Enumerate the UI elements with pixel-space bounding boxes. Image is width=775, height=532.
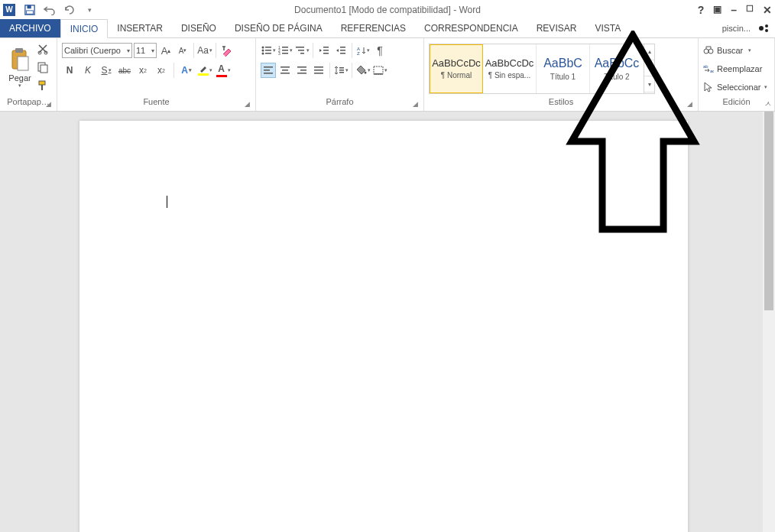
tab-file[interactable]: ARCHIVO <box>0 19 60 37</box>
vertical-scrollbar[interactable] <box>763 112 775 532</box>
gallery-down-icon[interactable]: ▾ <box>644 60 654 76</box>
save-icon[interactable] <box>21 2 38 18</box>
select-button[interactable]: Seleccionar ▾ <box>703 79 770 95</box>
gallery-up-icon[interactable]: ▴ <box>644 44 654 60</box>
align-right-button[interactable] <box>294 63 310 78</box>
collapse-ribbon-icon[interactable]: ㅅ <box>764 99 772 109</box>
binoculars-icon <box>703 45 714 56</box>
multilevel-button[interactable] <box>294 43 310 58</box>
underline-button[interactable]: S <box>99 63 114 78</box>
group-label-font: Fuente <box>62 97 251 111</box>
format-painter-icon[interactable] <box>37 79 50 93</box>
clear-formatting-icon[interactable] <box>219 43 235 58</box>
qat-customize-icon[interactable]: ▾ <box>81 2 98 18</box>
font-size-combo[interactable]: 11▾ <box>134 43 157 58</box>
cursor-select-icon <box>703 82 714 92</box>
clipboard-launcher-icon[interactable]: ◢ <box>46 100 55 109</box>
font-color-button[interactable]: A <box>216 63 231 78</box>
svg-rect-39 <box>264 73 273 74</box>
shading-button[interactable] <box>355 63 371 78</box>
help-icon[interactable]: ? <box>698 4 705 16</box>
superscript-button[interactable]: x2 <box>154 63 169 78</box>
styles-launcher-icon[interactable]: ◢ <box>687 100 696 109</box>
window-controls: ? ▣ – ☐ ✕ <box>698 4 772 16</box>
quick-access-toolbar: W ▾ Documento1 [Modo de compatibilidad] … <box>0 0 775 19</box>
ribbon-tabs: ARCHIVO INICIO INSERTAR DISEÑO DISEÑO DE… <box>0 19 775 38</box>
shrink-font-icon[interactable]: A▾ <box>175 43 190 58</box>
tab-home[interactable]: INICIO <box>60 19 109 38</box>
italic-button[interactable]: K <box>80 63 96 78</box>
grow-font-icon[interactable]: A▴ <box>158 43 173 58</box>
style-normal[interactable]: AaBbCcDc ¶ Normal <box>430 44 483 93</box>
strikethrough-button[interactable]: abc <box>117 63 132 78</box>
svg-rect-47 <box>314 70 323 71</box>
find-button[interactable]: Buscar ▾ <box>703 43 770 58</box>
svg-point-5 <box>765 29 768 32</box>
font-launcher-icon[interactable]: ◢ <box>245 100 254 109</box>
tab-design[interactable]: DISEÑO <box>172 19 225 37</box>
tab-mailings[interactable]: CORRESPONDENCIA <box>415 19 527 37</box>
svg-rect-46 <box>314 66 323 68</box>
numbering-button[interactable]: 123 <box>277 43 293 58</box>
maximize-icon[interactable]: ☐ <box>746 4 754 16</box>
increase-indent-button[interactable] <box>333 43 349 58</box>
line-spacing-button[interactable] <box>333 63 349 78</box>
change-case-button[interactable]: Aa <box>197 43 212 58</box>
svg-rect-28 <box>300 53 304 54</box>
tab-insert[interactable]: INSERTAR <box>108 19 172 37</box>
font-name-combo[interactable]: Calibri (Cuerpo▾ <box>62 43 132 58</box>
group-editing: Buscar ▾ abac Reemplazar Seleccionar ▾ E… <box>699 38 775 111</box>
style-gallery: AaBbCcDc ¶ Normal AaBbCcDc ¶ Sin espa...… <box>429 44 655 94</box>
svg-point-56 <box>709 49 713 54</box>
redo-icon[interactable] <box>61 2 78 18</box>
share-logo-icon[interactable] <box>755 22 770 34</box>
text-effects-button[interactable]: A <box>179 63 194 78</box>
style-heading2[interactable]: AaBbCc Título 2 <box>590 44 644 93</box>
justify-button[interactable] <box>311 63 326 78</box>
tab-view[interactable]: VISTA <box>585 19 630 37</box>
ribbon-options-icon[interactable]: ▣ <box>713 4 721 16</box>
copy-icon[interactable] <box>37 61 50 75</box>
group-paragraph: 123 AZ ¶ Párrafo ◢ <box>256 38 424 111</box>
document-page[interactable] <box>79 121 688 532</box>
svg-rect-33 <box>340 50 345 51</box>
paste-button[interactable]: Pegar ▾ <box>5 40 35 96</box>
svg-rect-7 <box>15 48 23 53</box>
svg-rect-23 <box>282 50 288 51</box>
replace-button[interactable]: abac Reemplazar <box>703 61 770 76</box>
scrollbar-thumb[interactable] <box>764 112 773 310</box>
subscript-button[interactable]: x2 <box>135 63 151 78</box>
svg-rect-15 <box>265 47 271 48</box>
cut-icon[interactable] <box>37 43 50 57</box>
style-gallery-more[interactable]: ▴ ▾ ▾ <box>644 44 654 93</box>
highlight-button[interactable] <box>197 63 212 78</box>
borders-button[interactable] <box>372 63 388 78</box>
minimize-icon[interactable]: – <box>731 4 737 16</box>
paste-label: Pegar <box>8 73 31 83</box>
sort-button[interactable]: AZ <box>355 43 371 58</box>
account-name[interactable]: piscin... <box>722 24 751 33</box>
close-icon[interactable]: ✕ <box>763 4 772 16</box>
show-marks-button[interactable]: ¶ <box>372 43 388 58</box>
svg-rect-53 <box>374 66 383 74</box>
svg-rect-49 <box>339 67 344 69</box>
svg-point-4 <box>765 24 768 28</box>
svg-rect-50 <box>339 70 344 71</box>
paragraph-launcher-icon[interactable]: ◢ <box>413 100 422 109</box>
decrease-indent-button[interactable] <box>316 43 332 58</box>
style-heading1[interactable]: AaBbC Título 1 <box>537 44 590 93</box>
tab-references[interactable]: REFERENCIAS <box>332 19 415 37</box>
group-label-styles: Estilos <box>429 97 693 111</box>
svg-rect-27 <box>298 50 304 51</box>
gallery-expand-icon[interactable]: ▾ <box>644 76 654 92</box>
tab-layout[interactable]: DISEÑO DE PÁGINA <box>225 19 332 37</box>
svg-rect-19 <box>265 53 271 54</box>
undo-icon[interactable] <box>41 2 58 18</box>
align-left-button[interactable] <box>261 63 276 78</box>
align-center-button[interactable] <box>277 63 293 78</box>
bold-button[interactable]: N <box>62 63 77 78</box>
bullets-button[interactable] <box>261 43 276 58</box>
group-label-editing: Edición <box>703 97 770 111</box>
tab-review[interactable]: REVISAR <box>527 19 586 37</box>
style-no-spacing[interactable]: AaBbCcDc ¶ Sin espa... <box>483 44 537 93</box>
